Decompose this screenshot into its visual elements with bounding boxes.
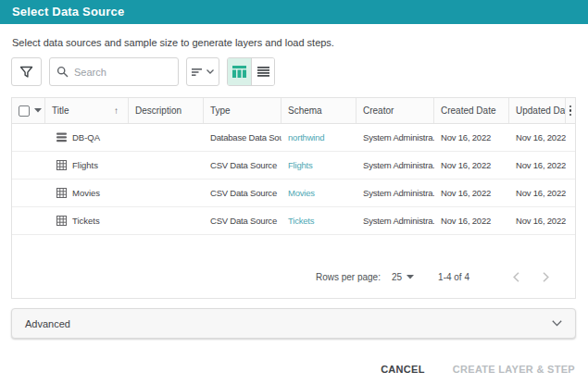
row-description-cell (129, 152, 204, 179)
column-header-type[interactable]: Type (204, 98, 281, 123)
row-updated-date-cell: Nov 16, 2022 (509, 180, 566, 206)
row-creator-cell: System Administra... (357, 152, 434, 179)
table-row[interactable]: Flights CSV Data Source Flights System A… (12, 152, 575, 180)
row-creator-cell: System Administra... (357, 124, 434, 151)
row-type-cell: Database Data Sou... (204, 124, 281, 151)
row-checkbox-cell (12, 180, 45, 206)
next-page-button[interactable] (534, 266, 557, 289)
row-title-cell: Movies (45, 180, 129, 206)
column-header-created-date[interactable]: Created Date (434, 98, 509, 123)
search-icon (56, 66, 69, 78)
search-input[interactable] (74, 67, 171, 78)
pagination-bar: Rows per page: 25 1-4 of 4 (12, 256, 575, 298)
grid-icon (56, 188, 67, 198)
row-title-cell: Tickets (45, 207, 129, 234)
row-checkbox-cell (12, 207, 45, 234)
row-description-cell (129, 124, 204, 151)
row-updated-date-cell: Nov 16, 2022 (509, 124, 566, 151)
sort-lines-icon (192, 68, 203, 77)
filter-funnel-icon (19, 66, 33, 79)
create-layer-step-button[interactable]: CREATE LAYER & STEP (451, 358, 577, 380)
row-created-date-cell: Nov 16, 2022 (434, 180, 509, 206)
row-title-cell: Flights (45, 152, 129, 179)
row-type-cell: CSV Data Source (204, 207, 281, 234)
table-row[interactable]: Movies CSV Data Source Movies System Adm… (12, 180, 575, 207)
row-checkbox-cell (12, 152, 45, 179)
table-row[interactable]: DB-QA Database Data Sou... northwind Sys… (12, 124, 575, 152)
filter-button[interactable] (11, 57, 42, 86)
pagination-range: 1-4 of 4 (438, 272, 469, 282)
schema-link[interactable]: Movies (288, 188, 315, 198)
row-description-cell (129, 180, 204, 206)
row-checkbox-cell (12, 124, 45, 151)
schema-link[interactable]: Flights (288, 160, 313, 170)
view-toggle-group (227, 57, 275, 86)
schema-link[interactable]: Tickets (288, 216, 314, 226)
database-icon (56, 132, 67, 142)
select-all-checkbox[interactable] (19, 105, 30, 117)
row-description-cell (129, 207, 204, 234)
row-created-date-cell: Nov 16, 2022 (434, 152, 509, 179)
row-created-date-cell: Nov 16, 2022 (434, 207, 509, 234)
row-type-cell: CSV Data Source (204, 180, 281, 206)
chevron-down-icon (552, 320, 562, 327)
column-header-schema[interactable]: Schema (281, 98, 357, 123)
select-all-header (12, 98, 45, 123)
toolbar (11, 57, 275, 86)
rows-per-page-label: Rows per page: (316, 272, 381, 282)
table-menu-button[interactable] (566, 98, 575, 123)
list-view-toggle[interactable] (251, 58, 274, 85)
kebab-menu-icon (569, 105, 572, 117)
rows-per-page-select[interactable]: 25 (392, 272, 414, 282)
column-header-creator[interactable]: Creator (357, 98, 434, 123)
dialog-footer: CANCEL CREATE LAYER & STEP (379, 358, 577, 380)
select-data-source-dialog: Select Data Source Select data sources a… (0, 0, 588, 384)
chevron-down-icon (407, 275, 414, 279)
search-box[interactable] (49, 57, 179, 86)
column-header-updated-date[interactable]: Updated Date (509, 98, 566, 123)
table-header-row: Title ↑ Description Type Schema Creator … (12, 98, 575, 124)
row-updated-date-cell: Nov 16, 2022 (509, 207, 566, 234)
column-header-description[interactable]: Description (129, 98, 204, 123)
row-type-cell: CSV Data Source (204, 152, 281, 179)
table-row[interactable]: Tickets CSV Data Source Tickets System A… (12, 207, 575, 235)
sort-ascending-icon: ↑ (114, 105, 119, 116)
advanced-panel-toggle[interactable]: Advanced (11, 308, 576, 339)
data-source-table: Title ↑ Description Type Schema Creator … (11, 97, 576, 299)
schema-link[interactable]: northwind (288, 132, 324, 142)
sort-button[interactable] (186, 57, 219, 86)
column-header-title[interactable]: Title ↑ (45, 98, 129, 123)
dialog-title: Select Data Source (0, 0, 588, 24)
row-creator-cell: System Administra... (357, 207, 434, 234)
grid-icon (56, 160, 67, 170)
cancel-button[interactable]: CANCEL (379, 358, 427, 380)
row-updated-date-cell: Nov 16, 2022 (509, 152, 566, 179)
select-menu-caret-icon[interactable] (34, 108, 42, 113)
dialog-description: Select data sources and sample size to g… (12, 37, 334, 48)
column-view-toggle[interactable] (228, 58, 251, 85)
advanced-label: Advanced (25, 318, 70, 329)
row-creator-cell: System Administra... (357, 180, 434, 206)
grid-icon (56, 216, 67, 226)
column-view-icon (232, 66, 246, 78)
row-title-cell: DB-QA (45, 124, 129, 151)
chevron-down-icon (206, 69, 214, 74)
row-created-date-cell: Nov 16, 2022 (434, 124, 509, 151)
list-view-icon (257, 67, 269, 77)
previous-page-button[interactable] (505, 266, 527, 289)
